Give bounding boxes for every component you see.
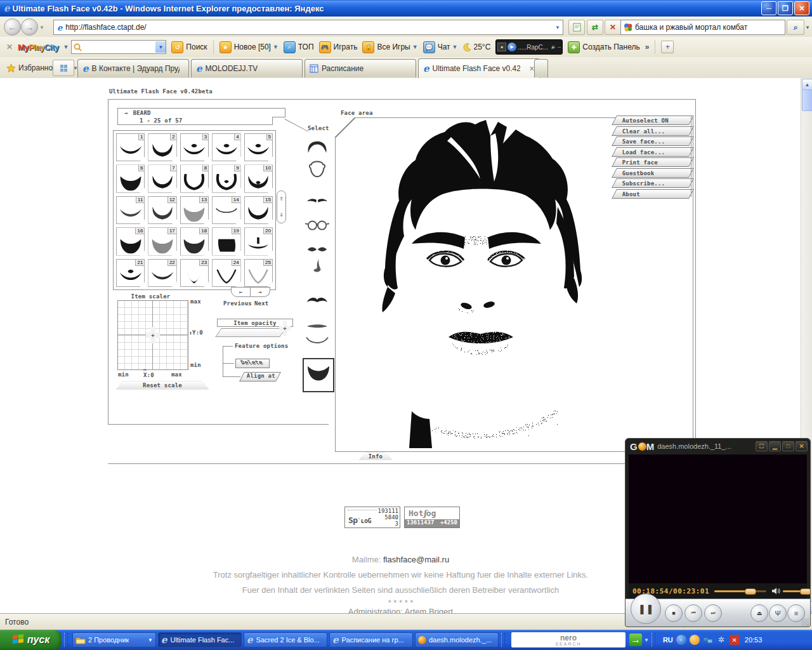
address-field[interactable]: e http://flashface.ctapt.de/ ▼ <box>53 20 563 35</box>
close-button[interactable]: ✕ <box>794 1 809 15</box>
browser-tab[interactable]: eUltimate Flash Face v0.42b✕ <box>418 58 540 78</box>
feature-select-face[interactable] <box>303 158 332 180</box>
search-options-dropdown-icon[interactable]: ▼ <box>805 25 810 30</box>
gom-next-button[interactable]: ⏭ <box>704 604 722 622</box>
maximize-button[interactable]: ❐ <box>778 1 793 15</box>
language-indicator[interactable]: RU <box>663 636 673 644</box>
scaler-grid[interactable]: + <box>117 300 188 370</box>
beard-thumbnail[interactable]: 2 <box>148 133 176 161</box>
gom-video-area[interactable] <box>629 454 807 583</box>
browser-tab[interactable]: Расписание <box>304 59 416 77</box>
beard-thumbnail[interactable]: 5 <box>244 133 273 161</box>
toolbar-new-button[interactable]: ★ Новое [50]▼ <box>219 41 278 53</box>
menu-subscribe-button[interactable]: Subscribe... <box>612 178 694 188</box>
opacity-track[interactable] <box>215 328 286 337</box>
toolbar-play-button[interactable]: 🎮 Играть <box>319 41 358 53</box>
beard-thumbnail[interactable]: 9 <box>212 164 240 192</box>
beard-thumbnail[interactable]: 4 <box>212 133 240 161</box>
menu-print-face-button[interactable]: Print face <box>612 157 694 167</box>
minimize-button[interactable]: ─ <box>761 1 776 15</box>
weather-widget[interactable]: 25°C <box>462 43 490 51</box>
taskbar-button[interactable]: 2 Проводник▼ <box>72 632 156 647</box>
browser-tab[interactable]: eMOLODEJJ.TV <box>191 59 303 77</box>
beard-thumbnail[interactable]: 11 <box>116 196 145 224</box>
feature-select-eyebrows[interactable] <box>303 192 332 214</box>
stop-button[interactable]: ✕ <box>605 20 621 35</box>
scroll-down-icon[interactable]: ⇓ <box>279 212 284 218</box>
toolbar-chat-button[interactable]: 💬 Чат▼ <box>423 41 458 53</box>
feature-select-beard-selected[interactable] <box>303 358 334 392</box>
menu-guestbook-button[interactable]: Guestbook <box>612 168 694 178</box>
beard-thumbnail[interactable]: 23 <box>180 259 209 287</box>
spylog-counter[interactable]: 193111 5840 3 Sp`ʟoG <box>344 507 400 528</box>
tab-close-icon[interactable]: ✕ <box>525 65 535 73</box>
beard-thumbnail[interactable]: 25 <box>244 259 273 287</box>
beard-thumbnail[interactable]: 1 <box>116 133 145 161</box>
beard-thumbnail[interactable]: 20 <box>244 227 273 255</box>
taskbar-button[interactable]: eРасписание на гр... <box>329 632 413 647</box>
menu-about-button[interactable]: About <box>612 189 694 199</box>
brand-dropdown-icon[interactable]: ▼ <box>63 44 69 50</box>
toolbar-overflow-button[interactable]: » <box>645 43 650 51</box>
beard-thumbnail[interactable]: 17 <box>148 227 176 255</box>
align-at-button[interactable]: Align at <box>239 372 281 381</box>
toolbar-search-input[interactable]: ▼ <box>71 40 166 54</box>
beard-thumbnail[interactable]: 19 <box>212 227 240 255</box>
taskbar-button[interactable]: eSacred 2 Ice & Blo... <box>244 632 327 647</box>
gom-player-window[interactable]: GM daesh.molodezh._11_... ⛶ ▁ □ ✕ 00:18:… <box>625 438 811 627</box>
taskbar-button[interactable]: eUltimate Flash Fac... <box>158 632 242 647</box>
toolbar-create-panel-button[interactable]: ✚ Создать Панель <box>568 41 639 53</box>
category-bar[interactable]: → BEARD <box>117 108 285 117</box>
menu-clear-all-button[interactable]: Clear all... <box>612 126 694 136</box>
gom-volume-bar[interactable] <box>783 590 807 592</box>
toolbar-add-button[interactable]: + <box>661 41 674 53</box>
menu-load-face-button[interactable]: Load face... <box>612 147 694 157</box>
beard-thumbnail[interactable]: 14 <box>212 196 240 224</box>
radio-volume-icon[interactable]: 🔉 <box>551 44 557 50</box>
tray-alert-icon[interactable]: ✕ <box>730 635 740 645</box>
hotlog-counter[interactable]: Hotʃog 13611437 +4250 <box>404 507 460 528</box>
nero-go-button[interactable]: → <box>629 633 642 646</box>
toolbar-radio-player[interactable]: ■ ▶ .....RapC... 🔉 – <box>495 39 563 55</box>
beard-thumbnail[interactable]: 15 <box>244 196 273 224</box>
forward-button[interactable]: → <box>21 18 38 36</box>
toolbar-all-games-button[interactable]: 🔒 Все Игры▼ <box>362 41 417 53</box>
browser-tab[interactable]: eВ Контакте | Эдуард Пруд... <box>77 59 189 77</box>
gom-seek-handle[interactable] <box>745 588 756 595</box>
beard-thumbnail[interactable]: 7 <box>148 164 176 192</box>
gom-stop-button[interactable]: ■ <box>665 604 683 622</box>
mail-link[interactable]: flashface@mail.ru <box>383 555 449 564</box>
radio-stop-icon[interactable]: ■ <box>497 43 506 51</box>
nero-dropdown-icon[interactable]: ▼ <box>644 637 649 643</box>
beard-thumbnail[interactable]: 16 <box>116 227 145 255</box>
gom-volume-handle[interactable] <box>800 588 811 595</box>
beard-thumbnail[interactable]: 21 <box>116 259 145 287</box>
back-button[interactable]: ← <box>4 18 21 36</box>
feature-select-glasses[interactable] <box>303 215 332 237</box>
myplaycity-logo[interactable]: MyPlayCity <box>18 43 58 52</box>
gom-maximize-button[interactable]: □ <box>782 441 794 451</box>
next-button[interactable]: → <box>251 287 270 297</box>
gom-close-button[interactable]: ✕ <box>796 441 808 451</box>
beard-thumbnail[interactable]: 8 <box>180 164 209 192</box>
history-dropdown-icon[interactable]: ▼ <box>39 25 44 30</box>
gom-pause-button[interactable]: ❚❚ <box>631 594 661 624</box>
info-tab[interactable]: Info <box>358 452 393 460</box>
toolbar-search-dropdown-icon[interactable]: ▼ <box>155 41 166 53</box>
feature-select-jaw[interactable] <box>303 332 332 354</box>
page-preview-button[interactable] <box>568 20 585 35</box>
gom-scale-button[interactable]: ⛶ <box>756 441 768 451</box>
gom-previous-button[interactable]: ⏮ <box>684 604 702 622</box>
feature-select-mustache[interactable] <box>303 291 332 313</box>
tray-star-icon[interactable]: ✲ <box>716 635 726 645</box>
new-tab-stub[interactable] <box>534 59 548 77</box>
beard-thumbnail[interactable]: 6 <box>116 164 145 192</box>
gom-control-panel-button[interactable]: Ψ <box>769 604 787 622</box>
scaler-handle[interactable]: + <box>146 327 160 343</box>
beard-thumbnail[interactable]: 13 <box>180 196 209 224</box>
search-go-button[interactable]: ⌕ <box>787 20 804 35</box>
radio-minimize-icon[interactable]: – <box>558 44 561 50</box>
previous-button[interactable]: ← <box>231 287 251 297</box>
search-box[interactable]: башка и ржавый мортал комбат <box>620 20 785 35</box>
tray-gom-icon[interactable]: ‹ <box>676 635 686 645</box>
